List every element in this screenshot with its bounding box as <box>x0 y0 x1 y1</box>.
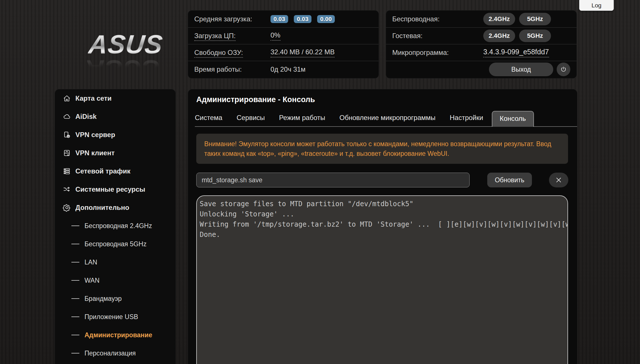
dash-icon <box>71 280 79 281</box>
shuffle-icon <box>63 185 71 193</box>
console-line: Save storage files to MTD partition "/de… <box>200 199 565 209</box>
tab-services[interactable]: Сервисы <box>237 111 265 126</box>
asus-logo: ASUS <box>72 27 180 61</box>
sidebar-item-system-resources[interactable]: Системные ресурсы <box>55 180 176 198</box>
cloud-icon <box>63 113 71 121</box>
dash-icon <box>71 244 79 244</box>
firmware-version-link[interactable]: 3.4.3.9-099_e58fdd7 <box>483 48 549 57</box>
console-line: Unlocking 'Storage' ... <box>200 209 565 219</box>
sidebar-subitem-wireless-5ghz[interactable]: Беспроводная 5GHz <box>55 235 176 253</box>
sidebar-subitem-firewall[interactable]: Брандмауэр <box>55 289 176 308</box>
reboot-button[interactable] <box>557 63 570 76</box>
console-warning-text: Внимание! Эмулятор консоли может работат… <box>196 134 568 164</box>
dash-icon <box>71 298 79 299</box>
main-panel: Администрирование - Консоль Система Серв… <box>188 89 577 364</box>
cpu-usage-label[interactable]: Загрузка ЦП: <box>194 32 271 40</box>
network-traffic-icon <box>63 167 71 175</box>
sidebar-nav: Карта сети AiDisk VPN сервер VPN клиент … <box>55 89 176 364</box>
load-average-badge-2: 0.03 <box>294 15 311 23</box>
close-button[interactable] <box>549 173 568 187</box>
load-average-row: Средняя загрузка: 0.03 0.03 0.00 <box>188 11 379 27</box>
guest-2-4ghz-button[interactable]: 2.4GHz <box>483 30 515 42</box>
tab-console[interactable]: Консоль <box>492 111 534 127</box>
uptime-value: 0д 20ч 31м <box>271 65 305 73</box>
free-ram-value[interactable]: 32.40 MB / 60.22 MB <box>271 48 335 57</box>
dash-icon <box>71 317 79 317</box>
sidebar-item-vpn-client[interactable]: VPN клиент <box>55 144 176 162</box>
wireless-row: Беспроводная: 2.4GHz 5GHz <box>386 11 577 27</box>
guest-network-row: Гостевая: 2.4GHz 5GHz <box>386 27 577 44</box>
wireless-panel: Беспроводная: 2.4GHz 5GHz Гостевая: 2.4G… <box>386 10 577 78</box>
sidebar-item-network-traffic[interactable]: Сетевой трафик <box>55 162 176 180</box>
console-line: Done. <box>200 229 565 240</box>
logout-button[interactable]: Выход <box>489 63 553 76</box>
vpn-server-icon <box>63 131 71 139</box>
log-button[interactable]: Log <box>579 0 614 11</box>
sidebar-subitem-usb-application[interactable]: Приложение USB <box>55 308 176 326</box>
sidebar-item-advanced[interactable]: Дополнительно <box>55 198 176 217</box>
uptime-row: Время работы: 0д 20ч 31м <box>188 61 379 78</box>
command-input[interactable] <box>196 173 470 187</box>
wireless-5ghz-button[interactable]: 5GHz <box>519 13 551 25</box>
firmware-label: Микропрограмма: <box>392 49 483 57</box>
status-panel: Средняя загрузка: 0.03 0.03 0.00 Загрузк… <box>188 10 379 78</box>
page-title: Администрирование - Консоль <box>196 95 577 104</box>
cpu-usage-value[interactable]: 0% <box>271 31 280 41</box>
sidebar-subitem-personalization[interactable]: Персонализация <box>55 344 176 362</box>
dash-icon <box>71 262 79 262</box>
free-ram-label[interactable]: Свободно ОЗУ: <box>194 49 271 57</box>
dash-icon <box>71 353 79 353</box>
tab-firmware-upgrade[interactable]: Обновление микропрограммы <box>339 111 435 126</box>
load-average-badges: 0.03 0.03 0.00 <box>271 15 335 23</box>
power-icon <box>560 66 567 73</box>
sidebar-subitem-wireless-2-4ghz[interactable]: Беспроводная 2.4GHz <box>55 217 176 235</box>
refresh-button[interactable]: Обновить <box>487 173 532 187</box>
console-output[interactable]: Save storage files to MTD partition "/de… <box>196 195 568 364</box>
wireless-2-4ghz-button[interactable]: 2.4GHz <box>483 13 515 25</box>
vpn-client-icon <box>63 149 71 157</box>
sidebar-item-vpn-server[interactable]: VPN сервер <box>55 126 176 144</box>
console-line: Writing from '/tmp/storage.tar.bz2' to M… <box>200 219 565 229</box>
command-row: Обновить <box>196 173 577 187</box>
free-ram-row: Свободно ОЗУ: 32.40 MB / 60.22 MB <box>188 44 379 61</box>
dash-icon <box>71 226 79 226</box>
uptime-label: Время работы: <box>194 65 271 73</box>
wireless-label: Беспроводная: <box>392 15 483 23</box>
load-average-label: Средняя загрузка: <box>194 15 271 23</box>
firmware-row: Микропрограмма: 3.4.3.9-099_e58fdd7 <box>386 44 577 61</box>
sidebar-item-network-map[interactable]: Карта сети <box>55 89 176 107</box>
sidebar-subitem-administration[interactable]: Администрирование <box>55 326 176 344</box>
close-icon <box>555 176 562 184</box>
tab-settings[interactable]: Настройки <box>450 111 483 126</box>
home-icon <box>63 94 71 102</box>
tab-operation-mode[interactable]: Режим работы <box>279 111 325 126</box>
guest-5ghz-button[interactable]: 5GHz <box>519 30 551 42</box>
load-average-badge-1: 0.03 <box>271 15 288 23</box>
dash-icon <box>71 335 79 335</box>
cpu-usage-row: Загрузка ЦП: 0% <box>188 27 379 44</box>
sidebar-subitem-wan[interactable]: WAN <box>55 271 176 289</box>
logout-row: Выход <box>386 61 577 78</box>
tab-system[interactable]: Система <box>195 111 222 126</box>
sidebar-item-aidisk[interactable]: AiDisk <box>55 107 176 126</box>
gear-icon <box>63 204 71 212</box>
guest-network-label: Гостевая: <box>392 32 483 40</box>
sidebar-subitem-lan[interactable]: LAN <box>55 253 176 271</box>
asus-logo-text: ASUS <box>87 30 164 59</box>
tab-bar: Система Сервисы Режим работы Обновление … <box>195 111 577 127</box>
load-average-badge-3: 0.00 <box>317 15 335 23</box>
